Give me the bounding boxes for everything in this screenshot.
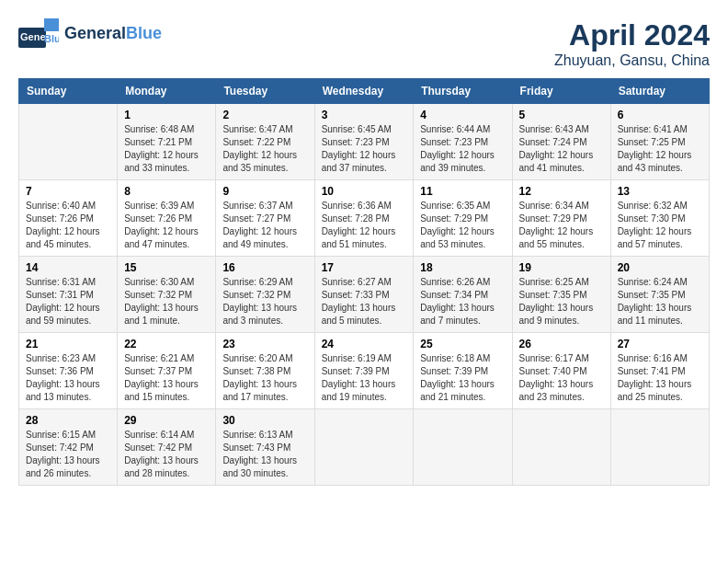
day-info: Sunrise: 6:23 AM Sunset: 7:36 PM Dayligh… [26, 352, 110, 404]
day-number: 7 [26, 185, 110, 198]
calendar-cell [512, 409, 610, 486]
calendar-cell: 11Sunrise: 6:35 AM Sunset: 7:29 PM Dayli… [414, 180, 512, 257]
weekday-header-tuesday: Tuesday [216, 79, 314, 104]
weekday-header-wednesday: Wednesday [314, 79, 414, 104]
calendar-cell: 10Sunrise: 6:36 AM Sunset: 7:28 PM Dayli… [314, 180, 414, 257]
calendar-title: April 2024 [554, 18, 710, 52]
day-info: Sunrise: 6:13 AM Sunset: 7:43 PM Dayligh… [222, 429, 307, 480]
calendar-cell: 3Sunrise: 6:45 AM Sunset: 7:23 PM Daylig… [314, 104, 414, 180]
calendar-cell: 2Sunrise: 6:47 AM Sunset: 7:22 PM Daylig… [216, 104, 314, 180]
day-info: Sunrise: 6:44 AM Sunset: 7:23 PM Dayligh… [420, 123, 505, 175]
calendar-cell: 20Sunrise: 6:24 AM Sunset: 7:35 PM Dayli… [610, 257, 709, 333]
day-number: 25 [420, 338, 505, 350]
calendar-cell: 25Sunrise: 6:18 AM Sunset: 7:39 PM Dayli… [414, 333, 512, 409]
day-info: Sunrise: 6:29 AM Sunset: 7:32 PM Dayligh… [222, 276, 307, 327]
calendar-table: SundayMondayTuesdayWednesdayThursdayFrid… [18, 78, 710, 486]
calendar-cell [414, 409, 512, 486]
day-number: 24 [322, 338, 407, 350]
day-info: Sunrise: 6:18 AM Sunset: 7:39 PM Dayligh… [420, 352, 505, 404]
day-info: Sunrise: 6:35 AM Sunset: 7:29 PM Dayligh… [420, 200, 505, 251]
day-info: Sunrise: 6:34 AM Sunset: 7:29 PM Dayligh… [519, 200, 604, 251]
calendar-cell: 5Sunrise: 6:43 AM Sunset: 7:24 PM Daylig… [512, 104, 610, 180]
day-info: Sunrise: 6:27 AM Sunset: 7:33 PM Dayligh… [322, 276, 407, 327]
calendar-cell: 6Sunrise: 6:41 AM Sunset: 7:25 PM Daylig… [610, 104, 709, 180]
logo-text-block: GeneralBlue [64, 25, 162, 43]
day-info: Sunrise: 6:21 AM Sunset: 7:37 PM Dayligh… [124, 352, 209, 404]
day-info: Sunrise: 6:15 AM Sunset: 7:42 PM Dayligh… [26, 429, 110, 480]
day-number: 21 [26, 338, 110, 350]
day-number: 16 [222, 261, 307, 274]
calendar-cell [610, 409, 709, 486]
page-header: General Blue GeneralBlue April 2024 Zhuy… [18, 18, 710, 69]
day-number: 26 [519, 338, 604, 350]
weekday-header-monday: Monday [118, 79, 216, 104]
calendar-cell: 9Sunrise: 6:37 AM Sunset: 7:27 PM Daylig… [216, 180, 314, 257]
weekday-header-friday: Friday [512, 79, 610, 104]
day-number: 28 [26, 414, 110, 427]
title-block: April 2024 Zhuyuan, Gansu, China [554, 18, 710, 69]
calendar-cell: 14Sunrise: 6:31 AM Sunset: 7:31 PM Dayli… [19, 257, 118, 333]
day-number: 3 [322, 109, 407, 121]
day-number: 14 [26, 261, 110, 274]
day-info: Sunrise: 6:48 AM Sunset: 7:21 PM Dayligh… [124, 123, 209, 175]
day-number: 13 [618, 185, 702, 198]
calendar-cell: 28Sunrise: 6:15 AM Sunset: 7:42 PM Dayli… [19, 409, 118, 486]
logo-blue: Blue [126, 24, 162, 42]
generalblue-logo-icon: General Blue [18, 18, 59, 50]
day-info: Sunrise: 6:19 AM Sunset: 7:39 PM Dayligh… [322, 352, 407, 404]
day-number: 30 [222, 414, 307, 427]
day-number: 5 [519, 109, 604, 121]
weekday-header-sunday: Sunday [19, 79, 118, 104]
calendar-cell: 19Sunrise: 6:25 AM Sunset: 7:35 PM Dayli… [512, 257, 610, 333]
day-info: Sunrise: 6:45 AM Sunset: 7:23 PM Dayligh… [322, 123, 407, 175]
day-info: Sunrise: 6:36 AM Sunset: 7:28 PM Dayligh… [322, 200, 407, 251]
day-number: 12 [519, 185, 604, 198]
day-number: 6 [618, 109, 702, 121]
day-number: 17 [322, 261, 407, 274]
calendar-week-row: 28Sunrise: 6:15 AM Sunset: 7:42 PM Dayli… [19, 409, 710, 486]
calendar-cell: 15Sunrise: 6:30 AM Sunset: 7:32 PM Dayli… [118, 257, 216, 333]
day-info: Sunrise: 6:43 AM Sunset: 7:24 PM Dayligh… [519, 123, 604, 175]
weekday-header-saturday: Saturday [610, 79, 709, 104]
calendar-cell: 27Sunrise: 6:16 AM Sunset: 7:41 PM Dayli… [610, 333, 709, 409]
day-number: 8 [124, 185, 209, 198]
calendar-week-row: 21Sunrise: 6:23 AM Sunset: 7:36 PM Dayli… [19, 333, 710, 409]
day-number: 27 [618, 338, 702, 350]
day-info: Sunrise: 6:39 AM Sunset: 7:26 PM Dayligh… [124, 200, 209, 251]
weekday-header-thursday: Thursday [414, 79, 512, 104]
calendar-cell: 17Sunrise: 6:27 AM Sunset: 7:33 PM Dayli… [314, 257, 414, 333]
day-number: 10 [322, 185, 407, 198]
calendar-week-row: 14Sunrise: 6:31 AM Sunset: 7:31 PM Dayli… [19, 257, 710, 333]
calendar-cell: 16Sunrise: 6:29 AM Sunset: 7:32 PM Dayli… [216, 257, 314, 333]
day-number: 18 [420, 261, 505, 274]
day-info: Sunrise: 6:26 AM Sunset: 7:34 PM Dayligh… [420, 276, 505, 327]
calendar-cell: 22Sunrise: 6:21 AM Sunset: 7:37 PM Dayli… [118, 333, 216, 409]
day-info: Sunrise: 6:20 AM Sunset: 7:38 PM Dayligh… [222, 352, 307, 404]
day-info: Sunrise: 6:47 AM Sunset: 7:22 PM Dayligh… [222, 123, 307, 175]
day-number: 1 [124, 109, 209, 121]
day-number: 11 [420, 185, 505, 198]
day-info: Sunrise: 6:41 AM Sunset: 7:25 PM Dayligh… [618, 123, 702, 175]
calendar-cell: 12Sunrise: 6:34 AM Sunset: 7:29 PM Dayli… [512, 180, 610, 257]
day-info: Sunrise: 6:37 AM Sunset: 7:27 PM Dayligh… [222, 200, 307, 251]
day-number: 23 [222, 338, 307, 350]
day-number: 19 [519, 261, 604, 274]
calendar-cell: 30Sunrise: 6:13 AM Sunset: 7:43 PM Dayli… [216, 409, 314, 486]
day-number: 20 [618, 261, 702, 274]
day-number: 29 [124, 414, 209, 427]
calendar-cell: 26Sunrise: 6:17 AM Sunset: 7:40 PM Dayli… [512, 333, 610, 409]
svg-marker-2 [44, 18, 59, 31]
day-info: Sunrise: 6:16 AM Sunset: 7:41 PM Dayligh… [618, 352, 702, 404]
logo-general: General [64, 24, 126, 42]
weekday-header-row: SundayMondayTuesdayWednesdayThursdayFrid… [19, 79, 710, 104]
day-number: 15 [124, 261, 209, 274]
calendar-cell: 24Sunrise: 6:19 AM Sunset: 7:39 PM Dayli… [314, 333, 414, 409]
day-info: Sunrise: 6:14 AM Sunset: 7:42 PM Dayligh… [124, 429, 209, 480]
day-info: Sunrise: 6:30 AM Sunset: 7:32 PM Dayligh… [124, 276, 209, 327]
calendar-week-row: 7Sunrise: 6:40 AM Sunset: 7:26 PM Daylig… [19, 180, 710, 257]
svg-text:Blue: Blue [44, 33, 59, 44]
day-info: Sunrise: 6:24 AM Sunset: 7:35 PM Dayligh… [618, 276, 702, 327]
calendar-cell [314, 409, 414, 486]
calendar-cell: 18Sunrise: 6:26 AM Sunset: 7:34 PM Dayli… [414, 257, 512, 333]
calendar-week-row: 1Sunrise: 6:48 AM Sunset: 7:21 PM Daylig… [19, 104, 710, 180]
